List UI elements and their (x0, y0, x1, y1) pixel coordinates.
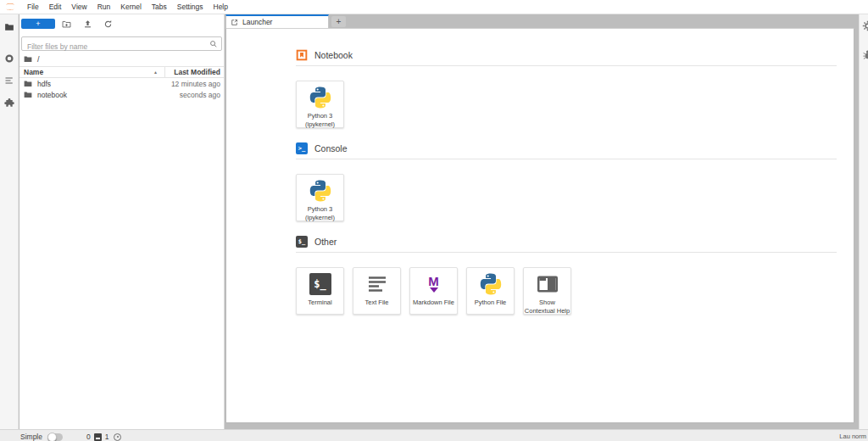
python-icon (309, 179, 332, 203)
launch-card-text-file[interactable]: Text File (353, 267, 401, 315)
tab-launcher[interactable]: Launcher (225, 14, 329, 28)
section-notebook: Notebook Python 3 (ipykernel) (296, 49, 837, 128)
python-icon (479, 272, 503, 296)
terminals-count: 0 (86, 433, 91, 441)
new-tab-button[interactable]: + (331, 16, 346, 27)
right-activity-bar (859, 14, 868, 429)
section-title: Console (314, 143, 348, 154)
console-icon: >_ (296, 142, 308, 154)
file-row-notebook[interactable]: notebook seconds ago (19, 89, 224, 100)
extensions-icon[interactable] (3, 97, 14, 108)
launch-card-contextual-help[interactable]: Show Contextual Help (523, 267, 571, 315)
section-console: >_ Console Python 3 (ipykernel) (296, 142, 837, 221)
menu-bar: File Edit View Run Kernel Tabs Settings … (0, 0, 868, 14)
search-icon (209, 40, 218, 48)
breadcrumb-root[interactable]: / (37, 55, 40, 64)
launcher-content: Notebook Python 3 (ipykernel) (225, 28, 854, 423)
launch-card-terminal[interactable]: $_ Terminal (296, 267, 344, 315)
left-activity-bar (0, 14, 19, 429)
text-file-icon (365, 272, 389, 296)
notifications-bell-icon[interactable] (114, 433, 121, 441)
status-bar: Simple 0 1 Lau norm (0, 429, 868, 441)
launch-card-notebook-python3[interactable]: Python 3 (ipykernel) (296, 81, 344, 128)
jupyter-logo-icon (4, 2, 16, 12)
launch-card-markdown-file[interactable]: M Markdown File (409, 267, 458, 315)
section-title: Notebook (314, 50, 353, 60)
file-modified: 12 minutes ago (171, 80, 224, 88)
card-label: Show Contextual Help (525, 299, 570, 315)
tab-launcher-label: Launcher (242, 18, 272, 26)
new-folder-icon[interactable] (60, 19, 72, 30)
jupyterlab-window: { "menu": { "items": ["File", "Edit", "V… (0, 0, 868, 441)
column-header-last-modified[interactable]: Last Modified (164, 67, 224, 78)
column-header-name[interactable]: Name ▲ (19, 68, 164, 76)
dock-panel: Launcher + Notebook (225, 14, 859, 428)
home-folder-icon[interactable] (24, 55, 32, 63)
debugger-icon[interactable] (862, 48, 868, 59)
menu-settings[interactable]: Settings (172, 0, 209, 14)
menu-run[interactable]: Run (92, 0, 116, 14)
card-label: Text File (354, 299, 400, 307)
card-label: Markdown File (411, 299, 457, 307)
running-sessions-icon[interactable] (3, 53, 14, 64)
table-of-contents-icon[interactable] (3, 75, 14, 86)
terminal-icon: $_ (296, 236, 308, 248)
kernels-count: 1 (105, 433, 109, 441)
file-browser-icon[interactable] (3, 21, 14, 32)
file-name: hdfs (37, 80, 171, 88)
section-title: Other (314, 237, 337, 247)
simple-mode-toggle[interactable] (47, 433, 63, 441)
markdown-icon: M (422, 272, 446, 296)
filter-files-input[interactable] (22, 41, 221, 53)
section-console-header: >_ Console (296, 142, 837, 159)
launch-card-console-python3[interactable]: Python 3 (ipykernel) (296, 174, 344, 221)
launch-card-python-file[interactable]: Python File (466, 267, 515, 315)
python-icon (309, 86, 332, 109)
column-name-label: Name (24, 68, 43, 76)
card-label: Python 3 (ipykernel) (298, 112, 343, 129)
menu-view[interactable]: View (66, 0, 92, 14)
terminal-icon: $_ (309, 272, 332, 296)
menu-file[interactable]: File (22, 0, 44, 14)
terminal-status-icon (94, 433, 102, 441)
folder-icon (24, 91, 32, 98)
file-name: notebook (37, 91, 180, 99)
menu-tabs[interactable]: Tabs (147, 0, 172, 14)
sort-ascending-icon: ▲ (153, 70, 158, 75)
folder-icon (24, 80, 32, 87)
simple-mode-label: Simple (20, 433, 42, 441)
filter-files-box (21, 36, 222, 51)
card-label: Python File (468, 299, 514, 307)
property-inspector-icon[interactable] (862, 20, 868, 31)
new-launcher-button[interactable]: + (21, 19, 55, 29)
file-row-hdfs[interactable]: hdfs 12 minutes ago (19, 78, 224, 89)
file-list-header: Name ▲ Last Modified (19, 66, 224, 78)
menu-help[interactable]: Help (209, 0, 233, 14)
section-other: $_ Other $_ Terminal (296, 236, 837, 315)
status-right-text: Lau norm (839, 433, 866, 440)
tab-bar: Launcher + (225, 14, 859, 28)
sessions-indicator[interactable]: 0 1 (86, 433, 121, 441)
menu-kernel[interactable]: Kernel (115, 0, 147, 14)
menu-edit[interactable]: Edit (44, 0, 67, 14)
card-label: Terminal (298, 299, 343, 307)
notebook-icon (296, 49, 308, 61)
status-left-group: Simple (20, 433, 63, 441)
file-browser-toolbar: + (19, 17, 224, 35)
file-browser-panel: + / Name ▲ Last Modified hdfs 12 minutes… (19, 14, 225, 429)
file-modified: seconds ago (180, 91, 224, 99)
contextual-help-icon (536, 272, 559, 296)
refresh-icon[interactable] (102, 19, 114, 30)
card-label: Python 3 (ipykernel) (298, 205, 343, 222)
section-other-header: $_ Other (296, 236, 837, 253)
section-notebook-header: Notebook (296, 49, 837, 66)
breadcrumb: / (19, 53, 224, 65)
launcher-tab-icon (231, 19, 238, 26)
upload-icon[interactable] (81, 19, 93, 30)
